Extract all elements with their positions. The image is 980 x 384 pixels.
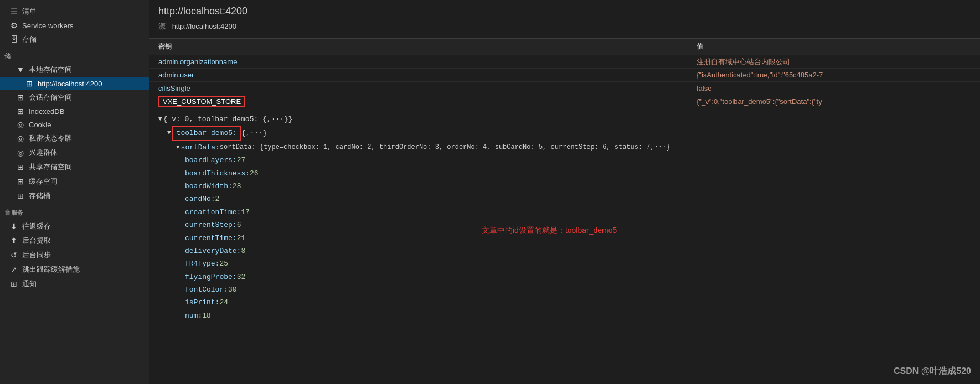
table-body: admin.organizationname 注册自有域中心站台内限公司 adm… — [149, 55, 980, 384]
json-field-boardWidth: boardWidth: 28 — [158, 180, 971, 193]
list-icon: ☰ — [9, 7, 19, 16]
value-cell: false — [692, 83, 980, 94]
table-row[interactable]: cilisSingle false — [149, 82, 980, 95]
value-cell-highlighted: {"_v":0,"toolbar_demo5":{"sortData":{"ty — [692, 96, 980, 107]
cookie-icon: ◎ — [16, 120, 25, 129]
csdn-watermark: CSDN @叶浩成520 — [894, 366, 971, 377]
json-tree-panel: ▼ { v: 0, toolbar_demo5: {,···}} ▼ toolb… — [149, 108, 980, 326]
table2-icon: ⊞ — [16, 93, 25, 102]
json-field-creationTime: creationTime: 17 — [158, 206, 971, 219]
sidebar: ☰ 清单 ⚙ Service workers 🗄 存储 储 ▼ 本地存储空间 ⊞… — [0, 0, 149, 384]
json-field-fR4Type: fR4Type: 25 — [158, 257, 971, 270]
storage-icon: 🗄 — [9, 35, 19, 44]
json-field-fontColor: fontColor: 30 — [158, 283, 971, 296]
storage-section-label: 储 — [0, 46, 149, 63]
storage-table: 密钥 值 admin.organizationname 注册自有域中心站台内限公… — [149, 39, 980, 384]
sidebar-item-shared-storage[interactable]: ⊞ 共享存储空间 — [0, 160, 149, 174]
sidebar-item-bounce-tracking[interactable]: ↗ 跳出跟踪缓解措施 — [0, 262, 149, 277]
value-cell: 注册自有域中心站台内限公司 — [692, 56, 980, 68]
source-value: http://localhost:4200 — [172, 22, 236, 30]
table-header-row: 密钥 值 — [149, 39, 980, 55]
sidebar-item-storage-bucket[interactable]: ⊞ 存储桶 — [0, 189, 149, 203]
sidebar-item-storage[interactable]: 🗄 存储 — [0, 32, 149, 46]
sidebar-item-notifications[interactable]: ⊞ 通知 — [0, 277, 149, 291]
sidebar-item-interest-groups[interactable]: ◎ 兴趣群体 — [0, 146, 149, 160]
table-row[interactable]: admin.user {"isAuthenticated":true,"id":… — [149, 69, 980, 82]
value-cell: {"isAuthenticated":true,"id":"65c485a2-7 — [692, 70, 980, 80]
sidebar-item-bg-fetch[interactable]: ⬆ 后台提取 — [0, 233, 149, 248]
expand-icon: ▼ — [16, 65, 25, 74]
collapse-toolbar-demo5[interactable]: ▼ — [167, 128, 171, 139]
source-label: 源 — [158, 22, 166, 30]
collapse-root[interactable]: ▼ — [158, 114, 162, 125]
json-field-deliveryDate: deliveryDate: 8 — [158, 245, 971, 257]
json-field-isPrint: isPrint: 24 — [158, 296, 971, 309]
table-icon: ⊞ — [24, 79, 34, 88]
json-field-num: num: 18 — [158, 309, 971, 322]
sidebar-item-local-storage[interactable]: ▼ 本地存储空间 — [0, 63, 149, 77]
json-field-boardThickness: boardThickness: 26 — [158, 167, 971, 180]
main-panel: http://localhost:4200 源 http://localhost… — [149, 0, 980, 384]
notification-icon: ⊞ — [9, 279, 19, 288]
bg-sync-icon: ↺ — [9, 251, 19, 260]
key-column-header: 密钥 — [149, 41, 692, 53]
toolbar-demo5-red-box: toolbar_demo5: — [172, 126, 241, 141]
indexeddb-icon: ⊞ — [16, 107, 25, 116]
sidebar-item-indexeddb[interactable]: ⊞ IndexedDB — [0, 105, 149, 118]
token-icon: ◎ — [16, 134, 25, 143]
sidebar-item-bg-sync[interactable]: ↺ 后台同步 — [0, 248, 149, 262]
table-row-vxe-custom[interactable]: VXE_CUSTOM_STORE {"_v":0,"toolbar_demo5"… — [149, 95, 980, 108]
source-row: 源 http://localhost:4200 — [158, 22, 971, 32]
cache-icon: ⊞ — [16, 177, 25, 186]
backend-section-label: 台服务 — [0, 203, 149, 219]
bounce-icon: ↗ — [9, 265, 19, 274]
sidebar-item-private-token[interactable]: ◎ 私密状态令牌 — [0, 131, 149, 146]
red-outline-box: VXE_CUSTOM_STORE — [158, 96, 245, 107]
bg-fetch-icon: ⬆ — [9, 236, 19, 245]
sidebar-item-localhost[interactable]: ⊞ http://localhost:4200 — [0, 77, 149, 90]
json-root-line: ▼ { v: 0, toolbar_demo5: {,···}} — [158, 113, 971, 126]
main-header: http://localhost:4200 源 http://localhost… — [149, 0, 980, 39]
bucket-icon: ⊞ — [16, 191, 25, 200]
sidebar-item-qingdan[interactable]: ☰ 清单 — [0, 4, 149, 19]
page-url: http://localhost:4200 — [158, 6, 971, 17]
key-cell: admin.user — [149, 70, 692, 80]
toolbar-demo5-key-outline: toolbar_demo5: — [172, 126, 241, 141]
sidebar-item-back-cache[interactable]: ⬇ 往返缓存 — [0, 219, 149, 233]
interest-icon: ◎ — [16, 148, 25, 157]
json-sortdata-line: ▼ sortData: sortData: {type=checkbox: 1,… — [158, 141, 971, 154]
collapse-sortdata[interactable]: ▼ — [176, 142, 180, 153]
json-field-flyingProbe: flyingProbe: 32 — [158, 271, 971, 283]
key-cell: admin.organizationname — [149, 56, 692, 67]
gear-icon: ⚙ — [9, 21, 19, 30]
json-field-boardLayers: boardLayers: 27 — [158, 154, 971, 167]
sidebar-item-service-workers[interactable]: ⚙ Service workers — [0, 19, 149, 32]
table-row[interactable]: admin.organizationname 注册自有域中心站台内限公司 — [149, 55, 980, 69]
annotation-label: 文章中的id设置的就是：toolbar_demo5 — [482, 226, 617, 236]
shared-icon: ⊞ — [16, 163, 25, 172]
sidebar-item-cache-storage[interactable]: ⊞ 缓存空间 — [0, 174, 149, 189]
sidebar-item-session-storage[interactable]: ⊞ 会话存储空间 — [0, 90, 149, 105]
json-toolbar-demo5-line: ▼ toolbar_demo5: {,···} — [158, 126, 971, 141]
key-cell: cilisSingle — [149, 83, 692, 94]
sidebar-item-cookie[interactable]: ◎ Cookie — [0, 118, 149, 131]
back-cache-icon: ⬇ — [9, 222, 19, 231]
json-field-cardNo: cardNo: 2 — [158, 193, 971, 205]
value-column-header: 值 — [692, 41, 980, 53]
key-cell-highlighted: VXE_CUSTOM_STORE — [149, 95, 692, 108]
